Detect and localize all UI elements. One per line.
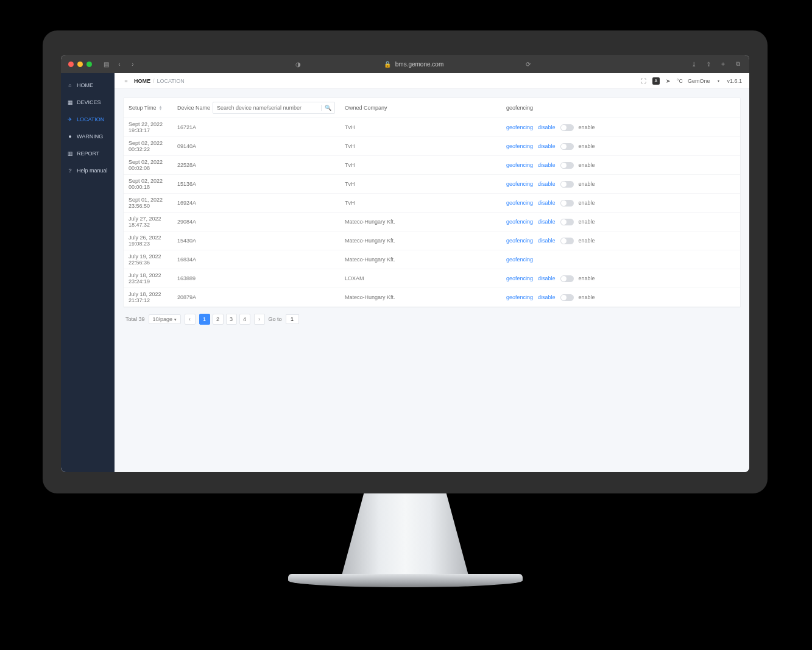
- maximize-window-icon[interactable]: [86, 62, 92, 67]
- close-window-icon[interactable]: [68, 62, 74, 67]
- geofencing-toggle[interactable]: [560, 181, 574, 188]
- cell-time: July 26, 2022 19:08:23: [124, 235, 172, 247]
- table-row: Sept 02, 2022 00:00:1815136ATvHgeofencin…: [124, 175, 740, 194]
- page-1[interactable]: 1: [199, 314, 210, 325]
- sidebar-item-home[interactable]: ⌂HOME: [61, 77, 115, 94]
- monitor-stand-neck: [341, 492, 469, 578]
- geofencing-link[interactable]: geofencing: [506, 181, 533, 187]
- location-table-card: Setup Time ▲▼ Device Name 🔍: [123, 97, 741, 308]
- content: Setup Time ▲▼ Device Name 🔍: [115, 89, 749, 336]
- geofencing-toggle[interactable]: [560, 162, 574, 169]
- cell-device: 29084A: [172, 219, 340, 225]
- pagination-total: Total 39: [125, 316, 145, 322]
- geofencing-toggle[interactable]: [560, 294, 574, 301]
- table-row: July 27, 2022 18:47:3229084AMateco-Hunga…: [124, 213, 740, 231]
- geofencing-toggle[interactable]: [560, 219, 574, 225]
- help-icon: ?: [67, 168, 73, 174]
- download-icon[interactable]: ⤓: [690, 60, 698, 68]
- geofencing-disable[interactable]: disable: [538, 219, 556, 225]
- col-setup-time[interactable]: Setup Time ▲▼: [124, 105, 172, 111]
- geofencing-toggle[interactable]: [560, 124, 574, 131]
- geofencing-link[interactable]: geofencing: [506, 143, 533, 149]
- menu-toggle-icon[interactable]: ≡: [122, 77, 130, 85]
- cell-device: 16721A: [172, 124, 340, 130]
- sidebar-item-devices[interactable]: ▦DEVICES: [61, 94, 115, 111]
- geofencing-toggle[interactable]: [560, 200, 574, 207]
- cell-company: LOXAM: [340, 275, 501, 281]
- sort-icon[interactable]: ▲▼: [159, 105, 163, 110]
- cell-device: 09140A: [172, 143, 340, 149]
- geofencing-enable-label: enable: [579, 162, 595, 168]
- goto-input[interactable]: [286, 314, 299, 324]
- geofencing-disable[interactable]: disable: [538, 143, 556, 149]
- page-next[interactable]: ›: [254, 314, 265, 325]
- sidebar: ⌂HOME▦DEVICES✈LOCATION●WARNING▥REPORT?He…: [61, 73, 115, 472]
- cell-time: July 27, 2022 18:47:32: [124, 216, 172, 228]
- col-owned-company[interactable]: Owned Company: [340, 105, 501, 111]
- sidebar-item-location[interactable]: ✈LOCATION: [61, 111, 115, 128]
- sidebar-item-help-manual[interactable]: ?Help manual: [61, 162, 115, 179]
- shield-icon[interactable]: ◑: [294, 60, 303, 68]
- sidebar-toggle-icon[interactable]: ▤: [102, 60, 110, 68]
- nav-forward-icon[interactable]: ›: [129, 60, 137, 68]
- geofencing-link[interactable]: geofencing: [506, 275, 533, 281]
- minimize-window-icon[interactable]: [77, 62, 83, 67]
- fullscreen-icon[interactable]: ⛶: [640, 77, 648, 85]
- url-text[interactable]: bms.gemone.com: [395, 61, 443, 68]
- geofencing-toggle[interactable]: [560, 275, 574, 282]
- nav-back-icon[interactable]: ‹: [115, 60, 124, 68]
- geofencing-link[interactable]: geofencing: [506, 200, 533, 206]
- per-page-select[interactable]: 10/page ▾: [149, 314, 181, 324]
- page-prev[interactable]: ‹: [185, 314, 196, 325]
- col-setup-time-label: Setup Time: [129, 105, 157, 111]
- geofencing-disable[interactable]: disable: [538, 200, 556, 206]
- geofencing-enable-label: enable: [579, 143, 595, 149]
- geofencing-disable[interactable]: disable: [538, 275, 556, 281]
- col-geofencing[interactable]: geofencing: [501, 105, 740, 111]
- brand-label[interactable]: GemOne: [688, 78, 710, 84]
- page-2[interactable]: 2: [213, 314, 224, 325]
- tabs-icon[interactable]: ⧉: [733, 60, 742, 68]
- version-label: v1.6.1: [727, 78, 742, 84]
- breadcrumb-current: LOCATION: [157, 78, 185, 84]
- cell-company: TvH: [340, 181, 501, 187]
- geofencing-link[interactable]: geofencing: [506, 219, 533, 225]
- cell-time: July 19, 2022 22:56:36: [124, 253, 172, 266]
- breadcrumb-home[interactable]: HOME: [134, 78, 150, 84]
- geofencing-disable[interactable]: disable: [538, 294, 556, 300]
- geofencing-link[interactable]: geofencing: [506, 124, 533, 130]
- sidebar-item-warning[interactable]: ●WARNING: [61, 128, 115, 145]
- new-tab-icon[interactable]: ＋: [719, 60, 727, 68]
- page-3[interactable]: 3: [226, 314, 237, 325]
- search-icon[interactable]: 🔍: [321, 105, 334, 111]
- share-icon[interactable]: ⇪: [704, 60, 713, 68]
- cell-device: 15136A: [172, 181, 340, 187]
- refresh-icon[interactable]: ⟳: [524, 60, 532, 68]
- geofencing-disable[interactable]: disable: [538, 181, 556, 187]
- user-menu-chevron-icon[interactable]: ▾: [715, 77, 722, 85]
- sidebar-item-report[interactable]: ▥REPORT: [61, 145, 115, 162]
- geofencing-link[interactable]: geofencing: [506, 294, 533, 300]
- device-search-input[interactable]: [213, 105, 321, 111]
- table-row: Sept 02, 2022 00:02:0822528ATvHgeofencin…: [124, 156, 740, 175]
- pagination: Total 39 10/page ▾ ‹ 1234 › Go to: [123, 308, 741, 327]
- device-search[interactable]: 🔍: [213, 102, 335, 114]
- language-icon[interactable]: A: [652, 77, 660, 85]
- cell-time: Sept 02, 2022 00:00:18: [124, 178, 172, 190]
- sidebar-item-label: WARNING: [77, 133, 103, 140]
- geofencing-link[interactable]: geofencing: [506, 238, 533, 244]
- home-icon: ⌂: [67, 82, 73, 88]
- geofencing-disable[interactable]: disable: [538, 124, 556, 130]
- geofencing-toggle[interactable]: [560, 143, 574, 150]
- temp-unit[interactable]: °C: [677, 78, 683, 84]
- geofencing-link[interactable]: geofencing: [506, 256, 533, 263]
- table-row: July 18, 2022 21:37:1220879AMateco-Hunga…: [124, 288, 740, 307]
- cell-time: Sept 02, 2022 00:32:22: [124, 140, 172, 152]
- locate-icon[interactable]: ➤: [665, 77, 672, 85]
- col-owned-company-label: Owned Company: [345, 105, 387, 111]
- geofencing-link[interactable]: geofencing: [506, 162, 533, 168]
- page-4[interactable]: 4: [239, 314, 250, 325]
- geofencing-disable[interactable]: disable: [538, 162, 556, 168]
- geofencing-toggle[interactable]: [560, 238, 574, 244]
- geofencing-disable[interactable]: disable: [538, 238, 556, 244]
